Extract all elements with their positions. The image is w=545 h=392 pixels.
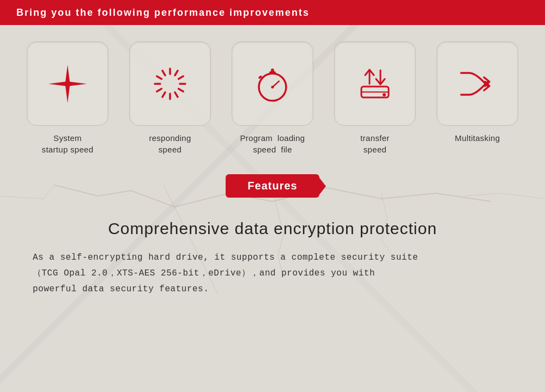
svg-line-10 xyxy=(157,76,162,79)
shuffle-icon xyxy=(456,62,499,106)
encryption-section: Comprehensive data encryption protection… xyxy=(0,198,545,313)
svg-line-2 xyxy=(179,76,184,79)
svg-line-1 xyxy=(175,70,178,75)
svg-line-8 xyxy=(157,89,162,91)
icon-label-system-startup: Systemstartup speed xyxy=(42,132,94,155)
icon-box-multitasking xyxy=(437,41,518,126)
svg-line-5 xyxy=(175,92,178,97)
encryption-title: Comprehensive data encryption protection xyxy=(33,219,512,238)
icons-section: Systemstartup speed xyxy=(0,25,545,166)
header-banner: Bring you the following performance impr… xyxy=(0,0,545,25)
star-icon xyxy=(46,62,89,106)
icon-label-transfer-speed: transferspeed xyxy=(360,132,389,155)
icon-item-transfer-speed: transferspeed xyxy=(329,41,421,155)
icon-item-responding-speed: respondingspeed xyxy=(124,41,216,155)
encryption-body: As a self-encrypting hard drive, it supp… xyxy=(33,250,512,297)
icon-box-system-startup xyxy=(27,41,108,126)
icon-item-system-startup: Systemstartup speed xyxy=(22,41,113,155)
svg-line-11 xyxy=(162,70,165,75)
icon-item-multitasking: Multitasking xyxy=(432,41,523,155)
features-section: Features xyxy=(0,174,545,198)
svg-line-7 xyxy=(162,92,165,97)
icon-item-program-loading: Program loadingspeed file xyxy=(227,41,318,155)
features-button[interactable]: Features xyxy=(226,174,319,198)
icon-box-transfer-speed xyxy=(334,41,416,126)
svg-line-4 xyxy=(179,89,184,91)
icon-box-responding-speed xyxy=(129,41,211,126)
svg-point-20 xyxy=(383,93,386,96)
icon-label-responding-speed: respondingspeed xyxy=(149,132,191,155)
icon-label-program-loading: Program loadingspeed file xyxy=(240,132,305,155)
disk-transfer-icon xyxy=(353,62,397,106)
svg-rect-14 xyxy=(271,69,274,72)
icon-label-multitasking: Multitasking xyxy=(455,132,500,144)
timer-icon xyxy=(251,62,294,106)
burst-icon xyxy=(148,62,192,106)
icon-box-program-loading xyxy=(232,41,313,126)
svg-point-17 xyxy=(271,85,274,88)
header-title: Bring you the following performance impr… xyxy=(16,7,310,19)
